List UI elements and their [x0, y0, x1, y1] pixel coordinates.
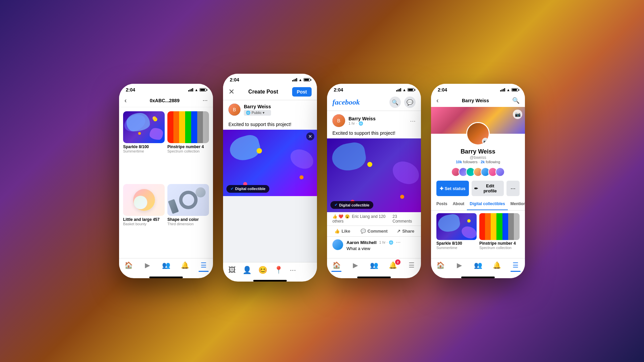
- search-button[interactable]: 🔍: [389, 97, 401, 108]
- profile-name-section: Barry Weiss @bweiss 10k followers · 2k f…: [431, 145, 525, 165]
- more-button[interactable]: ···: [203, 97, 208, 104]
- facebook-header: facebook 🔍 💬: [327, 94, 421, 111]
- profile-handle: @bweiss: [436, 155, 520, 160]
- nft-title-dimension: Shape and color: [167, 217, 209, 222]
- share-button[interactable]: ↗ Share: [390, 226, 421, 236]
- nav-menu-3[interactable]: ☰: [402, 261, 421, 269]
- comment-content: Aaron Mitchell 1 hr · 🌐 ··· What a view: [346, 239, 400, 251]
- feed-badge-label: Digital collectible: [339, 203, 369, 207]
- phone-create-post: 2:04 ▲ ✕ Create Post Post B Barry Weiss …: [223, 74, 317, 282]
- nft-item-spectrum[interactable]: Pinstripe number 4 Spectrum collection: [167, 111, 209, 181]
- profile-display-name: Barry Weiss: [436, 148, 520, 155]
- profile-nft-sparkle[interactable]: Sparkle 8/100 Summertime: [436, 213, 477, 255]
- status-icons-2: ▲: [292, 78, 310, 82]
- followers-avatars: [431, 165, 525, 179]
- privacy-badge[interactable]: 🌐 Public ▾: [244, 110, 271, 116]
- signal-icon-3: [396, 88, 401, 92]
- fb-header-icons: 🔍 💬: [389, 97, 416, 108]
- signal-icon-4: [500, 88, 505, 92]
- wifi-icon-2: ▲: [299, 78, 302, 82]
- close-button[interactable]: ✕: [228, 87, 234, 96]
- author-avatar: B: [228, 104, 240, 116]
- tab-posts[interactable]: Posts: [434, 198, 450, 210]
- set-status-label: Set status: [445, 186, 466, 191]
- profile-nft-thumb-sparkle: [436, 213, 477, 240]
- nav-bell-4[interactable]: 🔔: [487, 261, 506, 269]
- comment-time: 1 hr · 🌐: [379, 240, 393, 245]
- comment-button[interactable]: 💬 Comment: [358, 226, 390, 236]
- profile-nft-title-sparkle: Sparkle 8/100: [436, 241, 477, 246]
- nft-gallery-grid: Sparkle 8/100 Summertime Pinstripe numbe…: [119, 107, 213, 258]
- tab-digital-collectibles[interactable]: Digital collectibles: [467, 198, 507, 210]
- nft-title-spectrum: Pinstripe number 4: [167, 144, 209, 149]
- nav-bar-3: 🏠 ▶ 👥 🔔 2 ☰: [327, 258, 421, 275]
- wifi-icon-3: ▲: [402, 88, 406, 92]
- nav-bar-4: 🏠 ▶ 👥 🔔 ☰: [431, 258, 525, 275]
- nav-bell-1[interactable]: 🔔: [175, 261, 194, 269]
- status-bar-3: 2:04 ▲: [327, 84, 421, 94]
- profile-search-button[interactable]: 🔍: [512, 97, 520, 104]
- emoji-icon[interactable]: 😊: [258, 266, 267, 275]
- nav-video-1[interactable]: ▶: [138, 261, 157, 269]
- followers-count: 10k: [456, 160, 462, 164]
- home-indicator-3: [357, 277, 391, 278]
- more-options-button[interactable]: ···: [506, 181, 520, 196]
- tab-about[interactable]: About: [450, 198, 467, 210]
- back-button[interactable]: ‹: [124, 97, 127, 104]
- nft-item-dimension[interactable]: Shape and color Third dimension: [167, 184, 209, 254]
- share-label: Share: [402, 229, 414, 234]
- comment-icon: 💬: [361, 229, 366, 234]
- profile-nav-header: ‹ Barry Weiss 🔍: [431, 94, 525, 107]
- messenger-button[interactable]: 💬: [404, 97, 416, 108]
- profile-stats: 10k followers · 2k following: [436, 160, 520, 164]
- close-image-button[interactable]: ✕: [306, 132, 314, 140]
- like-button[interactable]: 👍 Like: [327, 226, 358, 236]
- post-more-button[interactable]: ···: [410, 117, 416, 125]
- feed-digital-collectible-badge: ✔ Digital collectible: [330, 201, 373, 209]
- nft-subtitle-dimension: Third dimension: [167, 222, 209, 226]
- edit-profile-label: Edit profile: [479, 183, 501, 193]
- nft-item-sparkle[interactable]: Sparkle 8/100 Summertime: [123, 111, 165, 181]
- comments-count: 23 Comments: [392, 214, 416, 224]
- post-toolbar: 🖼 👤 😊 📍 ···: [223, 262, 317, 278]
- nav-menu-4[interactable]: ☰: [506, 261, 525, 269]
- more-toolbar-icon[interactable]: ···: [290, 266, 296, 275]
- nav-video-4[interactable]: ▶: [450, 261, 469, 269]
- nav-home-3[interactable]: 🏠: [327, 261, 346, 269]
- following-count: 2k: [481, 160, 485, 164]
- location-icon[interactable]: 📍: [274, 266, 283, 275]
- cover-camera-button[interactable]: 📷: [513, 110, 522, 119]
- wallet-header: ‹ 0xABC...2889 ···: [119, 94, 213, 107]
- post-text-area[interactable]: Excited to support this project!: [223, 119, 317, 130]
- nft-subtitle-spectrum: Spectrum collection: [167, 149, 209, 153]
- tab-mentions[interactable]: Mentions: [508, 198, 525, 210]
- nft-subtitle-basket: Basket bounty: [123, 222, 165, 226]
- edit-profile-button[interactable]: ✏ Edit profile: [472, 181, 504, 196]
- nav-bar-1: 🏠 ▶ 👥 🔔 ☰: [119, 258, 213, 275]
- nav-groups-4[interactable]: 👥: [469, 261, 487, 269]
- nav-home-4[interactable]: 🏠: [431, 261, 450, 269]
- check-icon: ✔: [230, 187, 233, 191]
- photo-icon[interactable]: 🖼: [228, 266, 236, 275]
- like-icon: 👍: [334, 229, 340, 234]
- post-author-section: B Barry Weiss 🌐 Public ▾: [223, 100, 317, 119]
- comment-more[interactable]: ···: [396, 239, 400, 245]
- nav-groups-1[interactable]: 👥: [157, 261, 175, 269]
- nav-bell-3[interactable]: 🔔 2: [383, 261, 402, 269]
- post-actions: 👍 Like 💬 Comment ↗ Share: [327, 226, 421, 237]
- nav-video-3[interactable]: ▶: [346, 261, 365, 269]
- tag-icon[interactable]: 👤: [243, 266, 252, 275]
- profile-nft-spectrum[interactable]: Pinstripe number 4 Spectrum collection: [479, 213, 520, 255]
- nav-menu-1[interactable]: ☰: [194, 261, 213, 269]
- set-status-button[interactable]: ✚ Set status: [436, 181, 469, 196]
- avatar-camera-icon[interactable]: 📷: [482, 138, 489, 144]
- post-button[interactable]: Post: [292, 87, 312, 97]
- wifi-icon-4: ▲: [506, 88, 510, 92]
- nav-groups-3[interactable]: 👥: [365, 261, 383, 269]
- nft-item-basket[interactable]: Little and large 457 Basket bounty: [123, 184, 165, 254]
- nav-home-1[interactable]: 🏠: [119, 261, 138, 269]
- profile-back-button[interactable]: ‹: [436, 97, 439, 104]
- create-post-header: ✕ Create Post Post: [223, 84, 317, 100]
- post-image-preview: ✕ ✔ Digital collectible: [223, 130, 317, 196]
- post-time: 1 hr: [348, 121, 355, 125]
